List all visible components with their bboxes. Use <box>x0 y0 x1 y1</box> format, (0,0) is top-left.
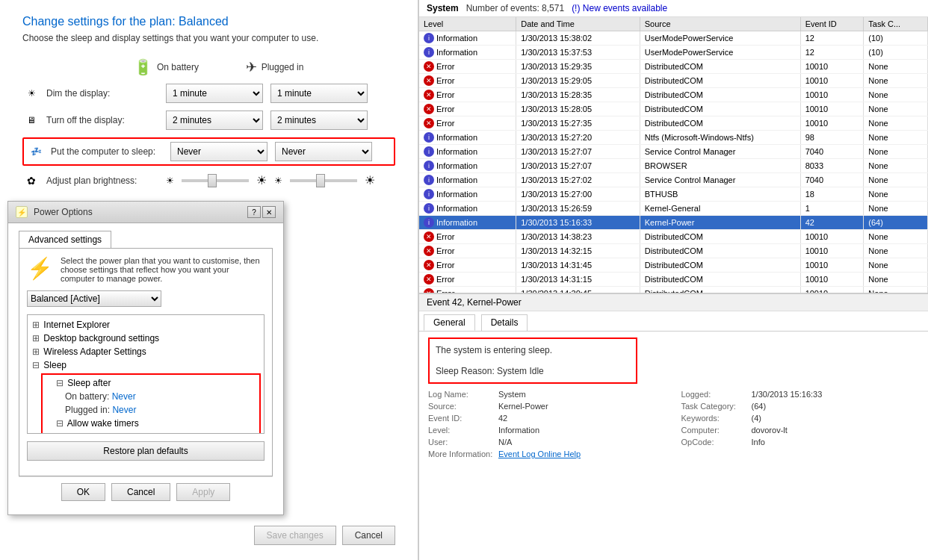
cell-eventid: 12 <box>800 46 864 60</box>
table-row[interactable]: i Information 1/30/2013 15:27:20 Ntfs (M… <box>419 131 928 145</box>
right-panel: System Number of events: 8,571 (!) New e… <box>418 0 928 560</box>
table-row[interactable]: i Information 1/30/2013 15:27:02 Service… <box>419 173 928 187</box>
advanced-settings-tab[interactable]: Advanced settings <box>19 231 111 248</box>
save-button[interactable]: Save changes <box>254 526 336 545</box>
table-row[interactable]: ✕ Error 1/30/2013 14:31:15 DistributedCO… <box>419 273 928 287</box>
field-source: Source: Kernel-Power <box>428 402 666 411</box>
cell-datetime: 1/30/2013 15:27:07 <box>516 159 640 173</box>
dialog-close-button[interactable]: ✕ <box>262 206 276 218</box>
table-row[interactable]: i Information 1/30/2013 15:27:07 Service… <box>419 145 928 159</box>
brightness-slider-plugged: ☀ ☀ <box>274 173 375 187</box>
sleep-battery-select[interactable]: Never <box>170 142 267 161</box>
cell-level: i Information <box>419 131 516 145</box>
cell-eventid: 10010 <box>800 230 864 244</box>
brightness-slider-track-plugged[interactable] <box>290 179 357 182</box>
field-more-info: More Information: Event Log Online Help <box>428 449 919 458</box>
cell-eventid: 10010 <box>800 258 864 273</box>
cell-task: None <box>864 202 928 216</box>
table-row[interactable]: ✕ Error 1/30/2013 14:32:15 DistributedCO… <box>419 244 928 258</box>
tree-item-desktop[interactable]: ⊞ Desktop background settings <box>31 332 261 345</box>
cell-source: DistributedCOM <box>640 258 800 273</box>
table-row[interactable]: ✕ Error 1/30/2013 14:38:23 DistributedCO… <box>419 230 928 244</box>
table-row[interactable]: i Information 1/30/2013 15:27:07 BROWSER… <box>419 159 928 173</box>
sleep-row: 💤 Put the computer to sleep: Never Never <box>22 137 395 166</box>
col-eventid[interactable]: Event ID <box>800 17 864 31</box>
cell-eventid: 12 <box>800 31 864 46</box>
dim-battery-select[interactable]: 1 minute <box>166 84 263 103</box>
sun-small2-icon: ☀ <box>274 175 282 186</box>
dim-label: Dim the display: <box>46 88 166 99</box>
detail-tabs: General Details <box>419 311 928 332</box>
plan-select[interactable]: Balanced [Active] <box>27 290 161 307</box>
brightness-icon: ✿ <box>22 175 40 187</box>
table-row[interactable]: ✕ Error 1/30/2013 15:29:35 DistributedCO… <box>419 60 928 74</box>
table-row[interactable]: ✕ Error 1/30/2013 14:30:45 DistributedCO… <box>419 287 928 294</box>
cell-eventid: 7040 <box>800 145 864 159</box>
cell-source: DistributedCOM <box>640 102 800 116</box>
table-row[interactable]: ✕ Error 1/30/2013 15:29:05 DistributedCO… <box>419 74 928 88</box>
table-row[interactable]: i Information 1/30/2013 15:37:53 UserMod… <box>419 46 928 60</box>
dialog-apply-button[interactable]: Apply <box>176 483 230 501</box>
dialog-ok-button[interactable]: OK <box>61 483 105 501</box>
dialog-title: ⚡ Power Options <box>16 206 93 218</box>
cell-task: None <box>864 159 928 173</box>
tree-item-wireless[interactable]: ⊞ Wireless Adapter Settings <box>31 345 261 358</box>
event-table-body: i Information 1/30/2013 15:38:02 UserMod… <box>419 31 928 294</box>
new-events-badge: (!) New events available <box>572 3 667 13</box>
event-log-online-help-link[interactable]: Event Log Online Help <box>498 449 581 458</box>
cell-datetime: 1/30/2013 14:32:15 <box>516 244 640 258</box>
cell-datetime: 1/30/2013 15:37:53 <box>516 46 640 60</box>
cell-source: BROWSER <box>640 159 800 173</box>
sleep-plugged-select[interactable]: Never <box>275 142 372 161</box>
cell-task: None <box>864 273 928 287</box>
dialog-desc: ⚡ Select the power plan that you want to… <box>27 256 265 283</box>
col-level[interactable]: Level <box>419 17 516 31</box>
cancel-button[interactable]: Cancel <box>342 526 395 545</box>
col-task[interactable]: Task C... <box>864 17 928 31</box>
sleep-controls: Never Never <box>170 142 372 161</box>
cell-source: Ntfs (Microsoft-Windows-Ntfs) <box>640 131 800 145</box>
cell-task: None <box>864 258 928 273</box>
table-row[interactable]: i Information 1/30/2013 15:38:02 UserMod… <box>419 31 928 46</box>
event-table-container[interactable]: Level Date and Time Source Event ID Task… <box>419 17 928 293</box>
table-row[interactable]: ✕ Error 1/30/2013 14:31:45 DistributedCO… <box>419 258 928 273</box>
sleep-icon: 💤 <box>27 146 45 157</box>
tree-item-sleep[interactable]: ⊟ Sleep <box>31 358 261 372</box>
turnoff-display-row: 🖥 Turn off the display: 2 minutes 2 minu… <box>22 111 395 130</box>
cell-datetime: 1/30/2013 15:29:35 <box>516 60 640 74</box>
cell-source: DistributedCOM <box>640 88 800 102</box>
table-row[interactable]: ✕ Error 1/30/2013 15:28:35 DistributedCO… <box>419 88 928 102</box>
restore-plan-defaults-button[interactable]: Restore plan defaults <box>27 441 265 461</box>
dim-plugged-select[interactable]: 1 minute <box>270 84 368 103</box>
table-row[interactable]: i Information 1/30/2013 15:27:00 BTHUSB … <box>419 187 928 202</box>
brightness-slider-track-battery[interactable] <box>182 179 249 182</box>
cell-task: (64) <box>864 216 928 230</box>
dialog-help-button[interactable]: ? <box>247 206 261 218</box>
turnoff-plugged-select[interactable]: 2 minutes <box>270 111 368 130</box>
cell-datetime: 1/30/2013 15:16:33 <box>516 216 640 230</box>
col-datetime[interactable]: Date and Time <box>516 17 640 31</box>
tab-details[interactable]: Details <box>481 314 528 331</box>
cell-datetime: 1/30/2013 15:27:00 <box>516 187 640 202</box>
turnoff-battery-select[interactable]: 2 minutes <box>166 111 263 130</box>
tree-item-sleep-after[interactable]: ⊟ Sleep after <box>44 376 258 390</box>
table-row[interactable]: ✕ Error 1/30/2013 15:28:05 DistributedCO… <box>419 102 928 116</box>
table-row[interactable]: i Information 1/30/2013 15:16:33 Kernel-… <box>419 216 928 230</box>
power-options-dialog: ⚡ Power Options ? ✕ Advanced settings ⚡ … <box>7 201 284 515</box>
dialog-plan-row: Balanced [Active] <box>27 290 265 307</box>
tab-general[interactable]: General <box>424 314 475 331</box>
event-message-box: The system is entering sleep. Sleep Reas… <box>428 337 637 384</box>
message-line1: The system is entering sleep. <box>436 345 630 355</box>
table-row[interactable]: ✕ Error 1/30/2013 15:27:35 DistributedCO… <box>419 116 928 131</box>
tree-item-wake-timers[interactable]: ⊟ Allow wake timers <box>44 417 258 430</box>
sleep-group: ⊟ Sleep after On battery: Never Plugged … <box>41 373 261 434</box>
cell-source: Kernel-Power <box>640 216 800 230</box>
dialog-cancel-button[interactable]: Cancel <box>111 483 170 501</box>
col-source[interactable]: Source <box>640 17 800 31</box>
cell-level: ✕ Error <box>419 258 516 273</box>
field-level: Level: Information <box>428 426 666 435</box>
turnoff-controls: 2 minutes 2 minutes <box>166 111 368 130</box>
tree-item-ie[interactable]: ⊞ Internet Explorer <box>31 318 261 332</box>
table-row[interactable]: i Information 1/30/2013 15:26:59 Kernel-… <box>419 202 928 216</box>
cell-level: ✕ Error <box>419 230 516 244</box>
